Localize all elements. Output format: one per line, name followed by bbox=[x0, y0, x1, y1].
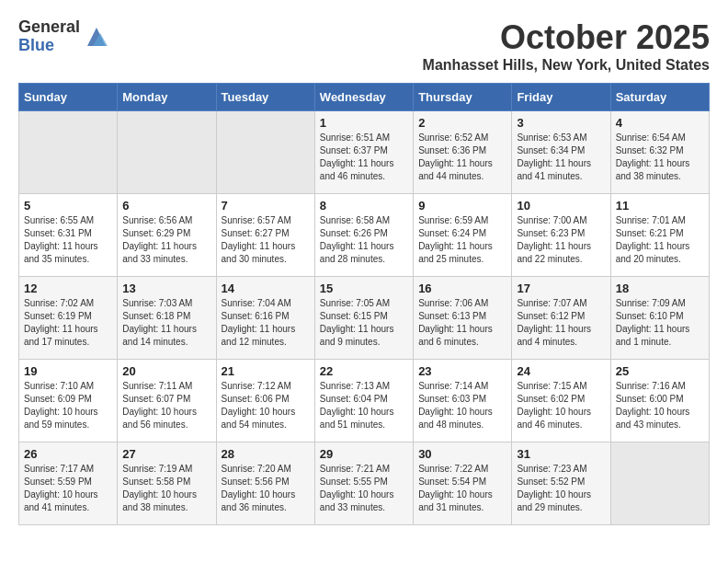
calendar-cell: 4Sunrise: 6:54 AM Sunset: 6:32 PM Daylig… bbox=[610, 111, 709, 194]
day-info: Sunrise: 7:14 AM Sunset: 6:03 PM Dayligh… bbox=[418, 380, 506, 431]
day-info: Sunrise: 6:58 AM Sunset: 6:26 PM Dayligh… bbox=[320, 214, 408, 266]
calendar-header: Sunday Monday Tuesday Wednesday Thursday… bbox=[19, 84, 710, 111]
calendar-cell: 30Sunrise: 7:22 AM Sunset: 5:54 PM Dayli… bbox=[414, 442, 512, 525]
day-number: 9 bbox=[418, 199, 506, 213]
day-info: Sunrise: 7:06 AM Sunset: 6:13 PM Dayligh… bbox=[418, 297, 506, 349]
logo-blue-text: Blue bbox=[18, 37, 80, 55]
day-number: 27 bbox=[122, 447, 210, 461]
day-number: 16 bbox=[418, 282, 506, 295]
day-info: Sunrise: 7:09 AM Sunset: 6:10 PM Dayligh… bbox=[616, 297, 704, 349]
day-number: 30 bbox=[418, 447, 506, 461]
logo-icon bbox=[84, 24, 109, 50]
calendar-cell: 9Sunrise: 6:59 AM Sunset: 6:24 PM Daylig… bbox=[414, 194, 512, 277]
day-info: Sunrise: 7:13 AM Sunset: 6:04 PM Dayligh… bbox=[320, 380, 408, 431]
day-info: Sunrise: 7:19 AM Sunset: 5:58 PM Dayligh… bbox=[122, 463, 210, 514]
calendar-cell: 1Sunrise: 6:51 AM Sunset: 6:37 PM Daylig… bbox=[314, 111, 413, 194]
calendar-cell: 14Sunrise: 7:04 AM Sunset: 6:16 PM Dayli… bbox=[216, 277, 314, 360]
calendar-cell: 10Sunrise: 7:00 AM Sunset: 6:23 PM Dayli… bbox=[512, 194, 610, 277]
calendar-cell: 23Sunrise: 7:14 AM Sunset: 6:03 PM Dayli… bbox=[414, 360, 512, 442]
day-number: 15 bbox=[320, 282, 408, 295]
day-number: 23 bbox=[418, 364, 506, 378]
day-info: Sunrise: 7:20 AM Sunset: 5:56 PM Dayligh… bbox=[222, 463, 310, 514]
calendar-cell: 6Sunrise: 6:56 AM Sunset: 6:29 PM Daylig… bbox=[118, 194, 216, 277]
col-tuesday: Tuesday bbox=[216, 84, 314, 111]
day-info: Sunrise: 7:17 AM Sunset: 5:59 PM Dayligh… bbox=[24, 463, 112, 514]
calendar-week-row: 1Sunrise: 6:51 AM Sunset: 6:37 PM Daylig… bbox=[19, 111, 710, 194]
calendar-cell: 21Sunrise: 7:12 AM Sunset: 6:06 PM Dayli… bbox=[216, 360, 314, 442]
day-info: Sunrise: 7:21 AM Sunset: 5:55 PM Dayligh… bbox=[320, 463, 408, 514]
page-header: General Blue October 2025 Manhasset Hill… bbox=[18, 18, 710, 74]
day-info: Sunrise: 7:23 AM Sunset: 5:52 PM Dayligh… bbox=[517, 463, 605, 514]
calendar-cell: 7Sunrise: 6:57 AM Sunset: 6:27 PM Daylig… bbox=[216, 194, 314, 277]
day-number: 22 bbox=[320, 364, 408, 378]
calendar-cell: 29Sunrise: 7:21 AM Sunset: 5:55 PM Dayli… bbox=[314, 442, 413, 525]
calendar-cell: 22Sunrise: 7:13 AM Sunset: 6:04 PM Dayli… bbox=[314, 360, 413, 442]
calendar-cell: 12Sunrise: 7:02 AM Sunset: 6:19 PM Dayli… bbox=[19, 277, 118, 360]
day-number: 25 bbox=[616, 364, 704, 378]
day-info: Sunrise: 7:12 AM Sunset: 6:06 PM Dayligh… bbox=[222, 380, 310, 431]
col-monday: Monday bbox=[118, 84, 216, 111]
day-number: 18 bbox=[616, 282, 704, 295]
calendar-week-row: 19Sunrise: 7:10 AM Sunset: 6:09 PM Dayli… bbox=[19, 360, 710, 442]
day-number: 6 bbox=[122, 199, 210, 213]
calendar-week-row: 5Sunrise: 6:55 AM Sunset: 6:31 PM Daylig… bbox=[19, 194, 710, 277]
title-area: October 2025 Manhasset Hills, New York, … bbox=[423, 18, 710, 74]
calendar-body: 1Sunrise: 6:51 AM Sunset: 6:37 PM Daylig… bbox=[19, 111, 710, 525]
day-number: 13 bbox=[122, 282, 210, 295]
calendar-table: Sunday Monday Tuesday Wednesday Thursday… bbox=[18, 83, 710, 525]
day-info: Sunrise: 7:01 AM Sunset: 6:21 PM Dayligh… bbox=[616, 214, 704, 266]
calendar-cell bbox=[19, 111, 118, 194]
calendar-cell: 5Sunrise: 6:55 AM Sunset: 6:31 PM Daylig… bbox=[19, 194, 118, 277]
day-info: Sunrise: 6:56 AM Sunset: 6:29 PM Dayligh… bbox=[122, 214, 210, 266]
calendar-cell: 27Sunrise: 7:19 AM Sunset: 5:58 PM Dayli… bbox=[118, 442, 216, 525]
day-info: Sunrise: 7:05 AM Sunset: 6:15 PM Dayligh… bbox=[320, 297, 408, 349]
day-number: 20 bbox=[122, 364, 210, 378]
day-number: 8 bbox=[320, 199, 408, 213]
col-friday: Friday bbox=[512, 84, 610, 111]
day-number: 21 bbox=[222, 364, 310, 378]
day-info: Sunrise: 6:54 AM Sunset: 6:32 PM Dayligh… bbox=[616, 132, 704, 183]
day-number: 3 bbox=[517, 116, 605, 130]
day-number: 5 bbox=[24, 199, 112, 213]
day-info: Sunrise: 7:03 AM Sunset: 6:18 PM Dayligh… bbox=[122, 297, 210, 349]
day-info: Sunrise: 6:52 AM Sunset: 6:36 PM Dayligh… bbox=[418, 132, 506, 183]
day-number: 19 bbox=[24, 364, 112, 378]
calendar-cell: 16Sunrise: 7:06 AM Sunset: 6:13 PM Dayli… bbox=[414, 277, 512, 360]
day-number: 28 bbox=[222, 447, 310, 461]
location: Manhasset Hills, New York, United States bbox=[423, 57, 710, 74]
calendar-cell: 17Sunrise: 7:07 AM Sunset: 6:12 PM Dayli… bbox=[512, 277, 610, 360]
calendar-cell: 19Sunrise: 7:10 AM Sunset: 6:09 PM Dayli… bbox=[19, 360, 118, 442]
calendar-cell: 13Sunrise: 7:03 AM Sunset: 6:18 PM Dayli… bbox=[118, 277, 216, 360]
calendar-cell: 15Sunrise: 7:05 AM Sunset: 6:15 PM Dayli… bbox=[314, 277, 413, 360]
day-info: Sunrise: 7:00 AM Sunset: 6:23 PM Dayligh… bbox=[517, 214, 605, 266]
day-info: Sunrise: 7:15 AM Sunset: 6:02 PM Dayligh… bbox=[517, 380, 605, 431]
header-row: Sunday Monday Tuesday Wednesday Thursday… bbox=[19, 84, 710, 111]
calendar-cell: 24Sunrise: 7:15 AM Sunset: 6:02 PM Dayli… bbox=[512, 360, 610, 442]
day-number: 31 bbox=[517, 447, 605, 461]
day-number: 26 bbox=[24, 447, 112, 461]
logo-general-text: General bbox=[18, 18, 80, 37]
day-info: Sunrise: 7:11 AM Sunset: 6:07 PM Dayligh… bbox=[122, 380, 210, 431]
day-number: 2 bbox=[418, 116, 506, 130]
day-number: 17 bbox=[517, 282, 605, 295]
logo: General Blue bbox=[18, 18, 109, 55]
month-title: October 2025 bbox=[423, 18, 710, 57]
calendar-cell: 18Sunrise: 7:09 AM Sunset: 6:10 PM Dayli… bbox=[610, 277, 709, 360]
day-info: Sunrise: 6:51 AM Sunset: 6:37 PM Dayligh… bbox=[320, 132, 408, 183]
col-saturday: Saturday bbox=[610, 84, 709, 111]
day-number: 24 bbox=[517, 364, 605, 378]
calendar-week-row: 26Sunrise: 7:17 AM Sunset: 5:59 PM Dayli… bbox=[19, 442, 710, 525]
day-info: Sunrise: 7:07 AM Sunset: 6:12 PM Dayligh… bbox=[517, 297, 605, 349]
day-number: 1 bbox=[320, 116, 408, 130]
calendar-cell: 3Sunrise: 6:53 AM Sunset: 6:34 PM Daylig… bbox=[512, 111, 610, 194]
day-number: 12 bbox=[24, 282, 112, 295]
calendar-cell: 8Sunrise: 6:58 AM Sunset: 6:26 PM Daylig… bbox=[314, 194, 413, 277]
day-number: 4 bbox=[616, 116, 704, 130]
calendar-week-row: 12Sunrise: 7:02 AM Sunset: 6:19 PM Dayli… bbox=[19, 277, 710, 360]
day-info: Sunrise: 7:22 AM Sunset: 5:54 PM Dayligh… bbox=[418, 463, 506, 514]
calendar-cell: 2Sunrise: 6:52 AM Sunset: 6:36 PM Daylig… bbox=[414, 111, 512, 194]
calendar-cell: 20Sunrise: 7:11 AM Sunset: 6:07 PM Dayli… bbox=[118, 360, 216, 442]
col-sunday: Sunday bbox=[19, 84, 118, 111]
calendar-cell: 28Sunrise: 7:20 AM Sunset: 5:56 PM Dayli… bbox=[216, 442, 314, 525]
calendar-cell bbox=[118, 111, 216, 194]
